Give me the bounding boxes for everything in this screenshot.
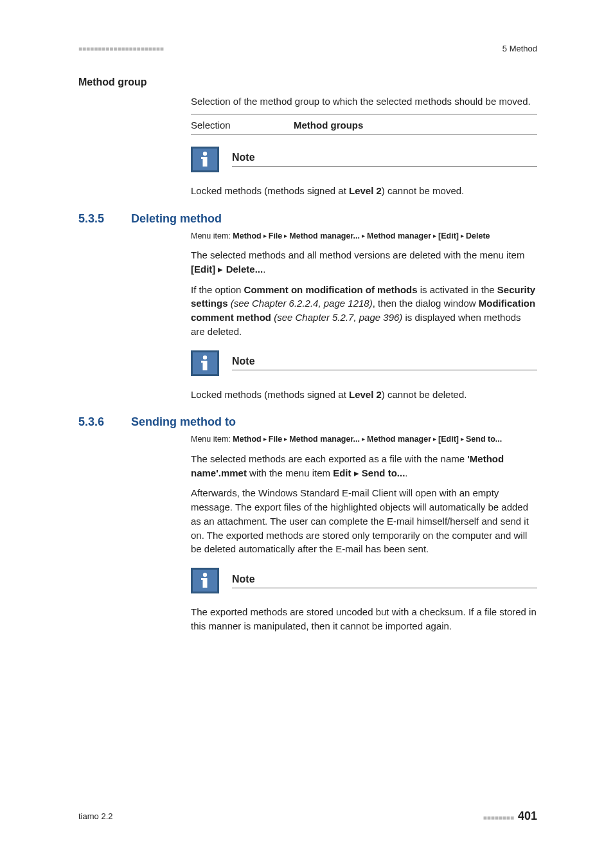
header-decoration: ■■■■■■■■■■■■■■■■■■■■■■ [78, 45, 164, 52]
section-536-num: 5.3.6 [78, 415, 117, 429]
menu-path-536: Menu item: MethodFileMethod manager...Me… [191, 434, 537, 446]
note-text-3: The exported methods are stored uncoded … [191, 605, 537, 633]
footer-left: tiamo 2.2 [78, 811, 112, 821]
sec535-p2: If the option Comment on modification of… [191, 283, 537, 339]
method-group-heading: Method group [78, 77, 537, 88]
svg-rect-2 [201, 157, 205, 159]
note-title-3: Note [232, 574, 537, 588]
sec535-p1: The selected methods and all method vers… [191, 248, 537, 276]
selection-row: Selection Method groups [191, 117, 537, 133]
section-535-title: Deleting method [131, 212, 222, 226]
svg-point-6 [203, 573, 207, 577]
note-text-1: Locked methods (methods signed at Level … [191, 184, 537, 198]
page-footer: tiamo 2.2 ■■■■■■■■401 [78, 809, 537, 823]
note-box-3: Note The exported methods are stored unc… [191, 568, 537, 633]
note-box-2: Note Locked methods (methods signed at L… [191, 350, 537, 402]
note-title-1: Note [232, 152, 537, 166]
svg-rect-5 [201, 361, 205, 363]
sec536-p2: Afterwards, the Windows Standard E-mail … [191, 486, 537, 556]
section-536-heading: 5.3.6 Sending method to [78, 415, 537, 429]
section-536-title: Sending method to [131, 415, 236, 429]
svg-point-3 [203, 355, 207, 359]
note-text-2: Locked methods (methods signed at Level … [191, 388, 537, 402]
footer-decoration: ■■■■■■■■ [483, 814, 514, 821]
header-chapter: 5 Method [502, 44, 537, 53]
svg-point-0 [203, 152, 207, 156]
info-icon [191, 350, 219, 376]
page-header: ■■■■■■■■■■■■■■■■■■■■■■ 5 Method [78, 44, 537, 53]
method-group-intro: Selection of the method group to which t… [191, 95, 537, 109]
selection-label: Selection [191, 120, 294, 131]
info-icon [191, 147, 219, 172]
section-535-num: 5.3.5 [78, 212, 117, 226]
info-icon [191, 568, 219, 593]
menu-path-535: Menu item: MethodFileMethod manager...Me… [191, 231, 537, 242]
note-title-2: Note [232, 356, 537, 370]
footer-right: ■■■■■■■■401 [483, 809, 537, 823]
page-number: 401 [518, 809, 537, 822]
section-535-heading: 5.3.5 Deleting method [78, 212, 537, 226]
selection-value: Method groups [294, 120, 363, 131]
note-box-1: Note Locked methods (methods signed at L… [191, 147, 537, 198]
svg-rect-8 [201, 578, 205, 580]
sec536-p1: The selected methods are each exported a… [191, 452, 537, 480]
